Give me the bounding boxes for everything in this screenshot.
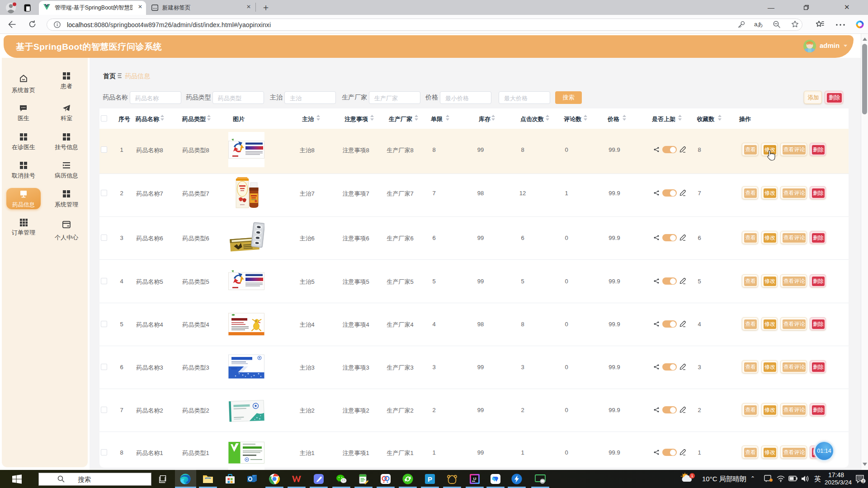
svg-text:1: 1 (691, 474, 693, 478)
svg-text:IJ: IJ (473, 477, 476, 481)
svg-text:2: 2 (862, 479, 864, 483)
svg-text:P: P (428, 475, 432, 483)
